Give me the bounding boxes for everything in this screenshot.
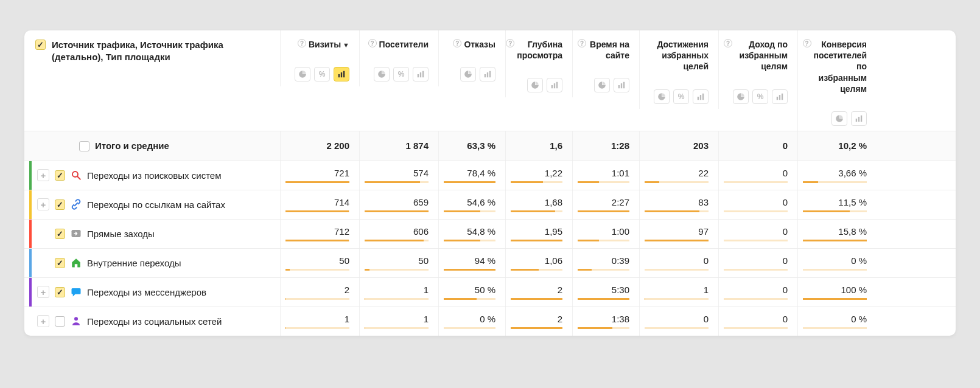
percent-view-icon[interactable]: %	[673, 89, 689, 104]
bars-view-icon[interactable]	[772, 89, 788, 104]
metric-bar	[578, 327, 629, 329]
row-checkbox[interactable]	[55, 287, 65, 297]
metric-value: 50 %	[475, 285, 495, 295]
metric-value: 203	[693, 140, 709, 151]
help-icon[interactable]: ?	[453, 39, 461, 47]
pie-view-icon[interactable]	[594, 78, 610, 92]
sort-desc-icon: ▼	[343, 41, 349, 49]
row-checkbox[interactable]	[79, 141, 89, 151]
metric-value: 22	[698, 168, 709, 178]
expand-button[interactable]: +	[37, 198, 49, 210]
svg-point-27	[74, 317, 78, 321]
metric-value: 2:27	[612, 197, 629, 207]
metric-cell: 2	[280, 278, 359, 307]
metric-cell: 94 %	[438, 249, 505, 277]
column-header[interactable]: ?Конверсия посетителей по избранным целя…	[797, 30, 877, 131]
source-name[interactable]: Переходы из мессенджеров	[87, 287, 206, 297]
pie-view-icon[interactable]	[374, 67, 390, 81]
svg-rect-15	[698, 97, 699, 100]
metric-bar	[444, 269, 495, 271]
metric-value: 10,2 %	[838, 140, 867, 151]
row-checkbox[interactable]	[55, 258, 65, 268]
pie-view-icon[interactable]	[654, 89, 670, 104]
column-label: Достижения избранных целей	[645, 39, 709, 72]
metric-cell: 3,66 %	[797, 161, 877, 190]
help-icon[interactable]: ?	[506, 39, 514, 47]
source-name[interactable]: Переходы из социальных сетей	[87, 316, 222, 327]
metric-value: 78,4 %	[467, 168, 495, 178]
bars-view-icon[interactable]	[413, 67, 429, 81]
percent-view-icon[interactable]: %	[393, 67, 409, 81]
help-icon[interactable]: ?	[298, 39, 306, 47]
svg-rect-1	[341, 72, 342, 77]
pie-view-icon[interactable]	[733, 89, 749, 104]
bars-view-icon[interactable]	[480, 67, 495, 81]
column-header[interactable]: ?Доход по избранным целям%	[718, 30, 797, 109]
metric-cell: 78,4 %	[438, 161, 505, 190]
source-name[interactable]: Внутренние переходы	[87, 258, 181, 268]
column-header[interactable]: Достижения избранных целей%	[639, 30, 718, 109]
metric-cell: 574	[359, 161, 438, 190]
row-checkbox[interactable]	[55, 170, 65, 181]
metric-value: 1,68	[545, 197, 562, 207]
metric-cell: 0	[718, 307, 797, 336]
bars-view-icon[interactable]	[614, 78, 629, 92]
metric-cell: 0	[639, 249, 718, 277]
svg-rect-11	[556, 82, 558, 89]
pie-view-icon[interactable]	[831, 111, 847, 126]
svg-rect-5	[422, 71, 424, 78]
help-icon[interactable]: ?	[578, 39, 586, 47]
metric-value: 1	[424, 285, 429, 295]
source-name[interactable]: Переходы по ссылкам на сайтах	[87, 199, 225, 210]
metric-cell: 721	[280, 161, 359, 190]
bars-view-icon[interactable]	[851, 111, 867, 126]
metric-bar	[285, 240, 349, 241]
metric-bar	[645, 298, 709, 300]
metric-bar	[803, 240, 867, 241]
bars-view-icon[interactable]	[547, 78, 562, 92]
metric-cell: 0	[718, 131, 797, 161]
metric-cell: 1,6	[505, 131, 572, 161]
expand-button[interactable]: +	[37, 169, 49, 181]
metric-cell: 0	[718, 278, 797, 307]
help-icon[interactable]: ?	[724, 39, 732, 47]
row-checkbox[interactable]	[55, 229, 65, 239]
row-checkbox[interactable]	[55, 316, 65, 327]
bars-view-icon[interactable]	[334, 67, 349, 81]
metric-value: 1	[424, 314, 429, 324]
expand-button[interactable]: +	[37, 286, 49, 298]
column-header[interactable]: ?Отказы	[438, 30, 505, 86]
bars-view-icon[interactable]	[693, 89, 709, 104]
svg-rect-19	[779, 95, 780, 100]
percent-view-icon[interactable]: %	[752, 89, 768, 104]
metric-bar	[511, 269, 562, 271]
row-checkbox[interactable]	[55, 199, 65, 210]
social-icon	[71, 316, 82, 327]
source-name[interactable]: Переходы из поисковых систем	[87, 170, 222, 181]
pie-view-icon[interactable]	[295, 67, 310, 81]
metric-value: 0 %	[851, 255, 867, 266]
metric-cell: 659	[359, 190, 438, 219]
column-header[interactable]: ?Время на сайте	[572, 30, 639, 97]
metric-bar	[365, 240, 429, 241]
help-icon[interactable]: ?	[368, 39, 377, 47]
help-icon[interactable]: ?	[803, 39, 811, 47]
percent-view-icon[interactable]: %	[314, 67, 330, 81]
metric-bar	[645, 181, 709, 183]
svg-rect-3	[418, 74, 419, 77]
metric-bar	[645, 327, 709, 329]
expand-button[interactable]: +	[37, 315, 49, 327]
pie-view-icon[interactable]	[527, 78, 543, 92]
column-header[interactable]: ?Посетители%	[359, 30, 438, 86]
pie-view-icon[interactable]	[460, 67, 476, 81]
column-header[interactable]: ?Визиты▼%	[280, 30, 359, 86]
metric-cell: 100 %	[797, 278, 877, 307]
column-header[interactable]: ?Глубина просмотра	[505, 30, 572, 97]
metric-value: 0	[783, 314, 788, 324]
select-all-checkbox[interactable]	[35, 40, 46, 50]
svg-rect-21	[856, 119, 857, 122]
metric-value: 0	[783, 140, 788, 151]
metric-value: 0 %	[480, 314, 495, 324]
source-name[interactable]: Прямые заходы	[87, 229, 155, 239]
svg-rect-8	[489, 71, 491, 78]
